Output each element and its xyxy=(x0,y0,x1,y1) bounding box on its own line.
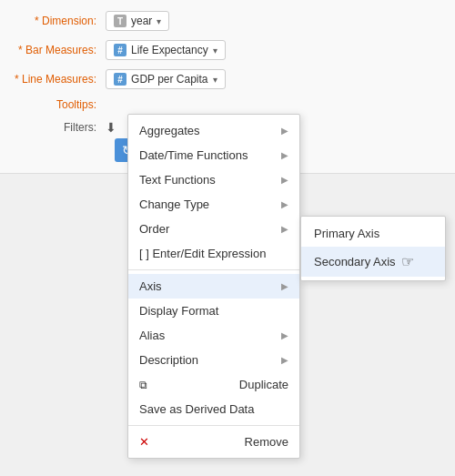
menu-item-display-format-label: Display Format xyxy=(139,304,218,318)
menu-item-aggregates[interactable]: Aggregates ▶ xyxy=(128,118,299,143)
remove-x-icon: ✕ xyxy=(139,435,149,449)
menu-item-order-label: Order xyxy=(139,222,169,236)
menu-item-axis-label: Axis xyxy=(139,279,162,293)
sub-menu-item-secondary-axis[interactable]: Secondary Axis ☞ xyxy=(301,247,445,277)
bar-measures-label: * Bar Measures: xyxy=(15,44,106,56)
context-menu: Aggregates ▶ Date/Time Functions ▶ Text … xyxy=(127,114,300,459)
download-icon: ⬇ xyxy=(106,120,116,135)
bar-measures-type-icon: # xyxy=(114,44,126,56)
sub-menu-item-primary-axis[interactable]: Primary Axis xyxy=(301,220,445,247)
line-measures-type-icon: # xyxy=(114,73,126,86)
line-measures-pill[interactable]: # GDP per Capita ▾ xyxy=(106,69,226,89)
menu-item-enter-edit-label: [ ] Enter/Edit Expression xyxy=(139,247,266,260)
dimension-type-icon: T xyxy=(114,15,126,27)
menu-item-alias-label: Alias xyxy=(139,329,165,342)
menu-item-remove-label: Remove xyxy=(245,435,288,449)
line-measures-row: * Line Measures: # GDP per Capita ▾ xyxy=(15,69,440,89)
menu-item-save-derived-label: Save as Derived Data xyxy=(139,402,254,416)
menu-item-change-type[interactable]: Change Type ▶ xyxy=(128,192,299,217)
menu-item-duplicate[interactable]: ⧉ Duplicate xyxy=(128,372,299,397)
line-measures-value: GDP per Capita xyxy=(131,73,208,86)
menu-container: Aggregates ▶ Date/Time Functions ▶ Text … xyxy=(127,114,446,459)
dimension-row: * Dimension: T year ▾ xyxy=(15,11,440,31)
dimension-value: year xyxy=(131,15,152,27)
menu-item-axis[interactable]: Axis ▶ xyxy=(128,274,299,299)
menu-item-remove[interactable]: ✕ Remove xyxy=(128,430,299,454)
dimension-dropdown-arrow[interactable]: ▾ xyxy=(157,16,161,26)
menu-item-alias[interactable]: Alias ▶ xyxy=(128,323,299,348)
duplicate-icon: ⧉ xyxy=(139,379,147,391)
menu-item-save-derived[interactable]: Save as Derived Data xyxy=(128,397,299,421)
order-chevron: ▶ xyxy=(281,224,288,234)
axis-chevron: ▶ xyxy=(281,281,288,291)
menu-divider-1 xyxy=(128,269,299,270)
aggregates-chevron: ▶ xyxy=(281,126,288,136)
filters-label: Filters: xyxy=(15,121,106,134)
menu-item-text-functions[interactable]: Text Functions ▶ xyxy=(128,167,299,192)
menu-item-enter-edit-expression[interactable]: [ ] Enter/Edit Expression xyxy=(128,241,299,266)
menu-item-duplicate-label: Duplicate xyxy=(239,378,288,391)
secondary-axis-label: Secondary Axis xyxy=(314,255,396,268)
tooltips-label: Tooltips: xyxy=(15,98,106,111)
dimension-label: * Dimension: xyxy=(15,15,106,27)
description-chevron: ▶ xyxy=(281,355,288,365)
bar-measures-row: * Bar Measures: # Life Expectancy ▾ xyxy=(15,40,440,60)
line-measures-dropdown-arrow[interactable]: ▾ xyxy=(213,75,217,85)
bar-measures-pill[interactable]: # Life Expectancy ▾ xyxy=(106,40,226,60)
menu-item-text-functions-label: Text Functions xyxy=(139,173,216,187)
alias-chevron: ▶ xyxy=(281,330,288,340)
line-measures-label: * Line Measures: xyxy=(15,73,106,86)
menu-item-datetime-label: Date/Time Functions xyxy=(139,148,248,162)
datetime-chevron: ▶ xyxy=(281,150,288,160)
menu-item-display-format[interactable]: Display Format xyxy=(128,299,299,323)
bar-measures-dropdown-arrow[interactable]: ▾ xyxy=(213,46,217,56)
cursor-icon: ☞ xyxy=(401,253,414,270)
menu-item-datetime-functions[interactable]: Date/Time Functions ▶ xyxy=(128,143,299,167)
text-functions-chevron: ▶ xyxy=(281,175,288,185)
bar-measures-value: Life Expectancy xyxy=(131,44,208,56)
axis-sub-menu: Primary Axis Secondary Axis ☞ xyxy=(300,216,446,281)
menu-item-change-type-label: Change Type xyxy=(139,197,209,211)
menu-item-aggregates-label: Aggregates xyxy=(139,124,200,137)
menu-divider-2 xyxy=(128,425,299,426)
change-type-chevron: ▶ xyxy=(281,199,288,209)
dimension-pill[interactable]: T year ▾ xyxy=(106,11,169,31)
menu-item-order[interactable]: Order ▶ xyxy=(128,217,299,241)
menu-item-description-label: Description xyxy=(139,353,198,367)
primary-axis-label: Primary Axis xyxy=(314,227,379,240)
tooltips-row: Tooltips: xyxy=(15,98,440,111)
menu-item-description[interactable]: Description ▶ xyxy=(128,348,299,372)
